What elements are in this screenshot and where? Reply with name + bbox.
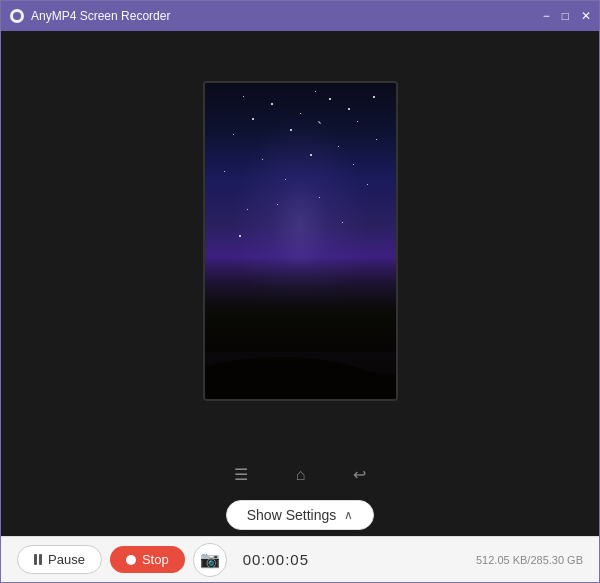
main-content — [1, 31, 599, 451]
controls-bar: ☰ ⌂ ↩ — [1, 451, 599, 496]
back-button[interactable]: ↩ — [349, 461, 370, 488]
show-settings-container: Show Settings ∧ — [1, 496, 599, 536]
stop-button[interactable]: Stop — [110, 546, 185, 573]
bottom-toolbar: Pause Stop 📷 00:00:05 512.05 KB/285.30 G… — [1, 536, 599, 582]
stars-container — [205, 83, 396, 336]
show-settings-button[interactable]: Show Settings ∧ — [226, 500, 375, 530]
menu-button[interactable]: ☰ — [230, 461, 252, 488]
camera-icon: 📷 — [200, 550, 220, 569]
app-window: AnyMP4 Screen Recorder − □ ✕ — [0, 0, 600, 583]
storage-info: 512.05 KB/285.30 GB — [476, 554, 583, 566]
window-controls: − □ ✕ — [543, 10, 591, 22]
hamburger-icon: ☰ — [234, 466, 248, 483]
title-bar: AnyMP4 Screen Recorder − □ ✕ — [1, 1, 599, 31]
app-title: AnyMP4 Screen Recorder — [31, 9, 170, 23]
night-sky-background — [205, 83, 396, 399]
back-icon: ↩ — [353, 466, 366, 483]
stop-icon — [126, 555, 136, 565]
minimize-button[interactable]: − — [543, 10, 550, 22]
pause-icon — [34, 554, 42, 565]
maximize-button[interactable]: □ — [562, 10, 569, 22]
show-settings-label: Show Settings — [247, 507, 337, 523]
title-bar-left: AnyMP4 Screen Recorder — [9, 8, 170, 24]
phone-preview — [203, 81, 398, 401]
stop-label: Stop — [142, 552, 169, 567]
app-icon — [9, 8, 25, 24]
pause-label: Pause — [48, 552, 85, 567]
chevron-up-icon: ∧ — [344, 508, 353, 522]
screenshot-button[interactable]: 📷 — [193, 543, 227, 577]
home-icon: ⌂ — [296, 466, 306, 483]
svg-point-1 — [13, 12, 21, 20]
home-button[interactable]: ⌂ — [292, 462, 310, 488]
close-button[interactable]: ✕ — [581, 10, 591, 22]
pause-button[interactable]: Pause — [17, 545, 102, 574]
timer-display: 00:00:05 — [243, 551, 309, 568]
